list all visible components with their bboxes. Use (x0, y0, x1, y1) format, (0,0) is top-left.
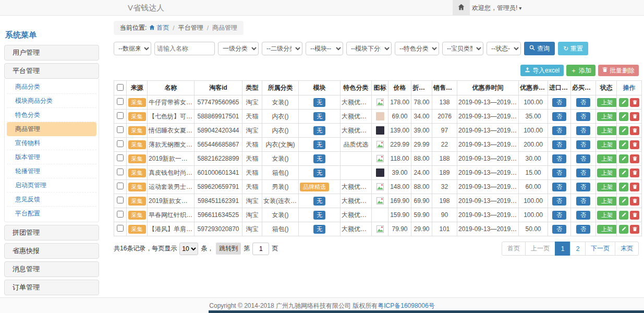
status-toggle[interactable]: 上架 (597, 183, 617, 191)
user-menu[interactable]: 欢迎您，管理员!▾ (472, 0, 521, 16)
sidebar-item-10[interactable]: 意见反馈 (7, 192, 96, 207)
must-buy-toggle[interactable]: 否 (576, 183, 590, 191)
edit-button[interactable] (619, 225, 628, 234)
edit-button[interactable] (619, 98, 628, 107)
import-excel-button[interactable]: 导入excel (520, 65, 564, 76)
sidebar-item-9[interactable]: 启动页管理 (7, 178, 96, 192)
select-all-checkbox[interactable] (117, 84, 124, 91)
filter-level2-category[interactable]: --二级分类-- (262, 42, 302, 55)
status-toggle[interactable]: 上架 (597, 225, 617, 234)
sidebar-section-12[interactable]: 拼团管理 (4, 225, 99, 240)
sidebar-section-0[interactable]: 用户管理 (4, 45, 99, 61)
per-page-select[interactable]: 10 (179, 243, 198, 255)
sidebar-item-4[interactable]: 特色分类 (7, 108, 96, 122)
sidebar-section-13[interactable]: 省惠快报 (4, 243, 99, 259)
search-button[interactable]: 查询 (524, 42, 555, 55)
status-toggle[interactable]: 上架 (597, 154, 617, 163)
row-checkbox[interactable] (117, 225, 124, 232)
delete-button[interactable] (630, 211, 639, 220)
must-buy-toggle[interactable]: 否 (576, 211, 590, 220)
edit-button[interactable] (619, 197, 628, 206)
row-checkbox[interactable] (117, 98, 124, 105)
filter-feature-category[interactable]: --特色分类-- (395, 42, 439, 55)
edit-button[interactable] (619, 183, 628, 191)
must-buy-toggle[interactable]: 否 (576, 98, 590, 107)
status-toggle[interactable]: 上架 (597, 197, 617, 206)
status-toggle[interactable]: 上架 (597, 98, 617, 107)
import-select-toggle[interactable]: 否 (552, 197, 566, 206)
row-checkbox[interactable] (117, 154, 124, 161)
delete-button[interactable] (630, 126, 639, 135)
import-select-toggle[interactable]: 否 (552, 112, 566, 121)
sidebar-item-6[interactable]: 宣传物料 (7, 136, 96, 150)
row-checkbox[interactable] (117, 112, 124, 119)
import-select-toggle[interactable]: 否 (552, 225, 566, 234)
filter-item-type[interactable]: --宝贝类型-- (442, 42, 483, 55)
sidebar-item-5[interactable]: 商品管理 (7, 122, 96, 136)
must-buy-toggle[interactable]: 否 (576, 168, 590, 177)
sidebar-item-8[interactable]: 轮播管理 (7, 164, 96, 178)
page-button-下一页[interactable]: 下一页 (585, 242, 615, 256)
delete-button[interactable] (630, 112, 639, 121)
must-buy-toggle[interactable]: 否 (576, 126, 590, 135)
row-checkbox[interactable] (117, 197, 124, 203)
must-buy-toggle[interactable]: 否 (576, 225, 590, 234)
import-select-toggle[interactable]: 否 (552, 168, 566, 177)
edit-button[interactable] (619, 140, 628, 149)
sidebar-section-1[interactable]: 平台管理 (4, 63, 99, 79)
import-select-toggle[interactable]: 否 (552, 140, 566, 149)
sidebar-section-15[interactable]: 订单管理 (4, 280, 99, 295)
jump-button[interactable]: 跳转到 (216, 243, 241, 255)
must-buy-toggle[interactable]: 否 (576, 154, 590, 163)
row-checkbox[interactable] (117, 126, 124, 133)
import-select-toggle[interactable]: 否 (552, 98, 566, 107)
icp-link[interactable]: 粤ICP备16098006号 (378, 302, 434, 309)
filter-level1-category[interactable]: 一级分类 (218, 42, 259, 55)
delete-button[interactable] (630, 98, 639, 107)
page-number-input[interactable] (252, 243, 269, 255)
must-buy-toggle[interactable]: 否 (576, 112, 590, 121)
sidebar-item-7[interactable]: 版本管理 (7, 150, 96, 164)
import-select-toggle[interactable]: 否 (552, 211, 566, 220)
edit-button[interactable] (619, 126, 628, 135)
must-buy-toggle[interactable]: 否 (576, 197, 590, 206)
row-checkbox[interactable] (117, 140, 124, 147)
name-search-input[interactable] (154, 42, 215, 55)
page-button-上一页[interactable]: 上一页 (525, 242, 555, 256)
filter-status[interactable]: --状态-- (487, 42, 521, 55)
add-button[interactable]: ＋ 添加 (566, 65, 596, 76)
row-checkbox[interactable] (117, 211, 124, 218)
breadcrumb-home-link[interactable]: 首页 (149, 23, 169, 32)
filter-module-sub-category[interactable]: --模块下分类-- (346, 42, 392, 55)
delete-button[interactable] (630, 154, 639, 163)
status-toggle[interactable]: 上架 (597, 112, 617, 121)
delete-button[interactable] (630, 183, 639, 191)
page-button-1[interactable]: 1 (555, 242, 570, 256)
page-button-末页[interactable]: 末页 (615, 242, 639, 256)
edit-button[interactable] (619, 211, 628, 220)
home-button[interactable] (453, 0, 470, 16)
sidebar-section-14[interactable]: 消息管理 (4, 261, 99, 277)
import-select-toggle[interactable]: 否 (552, 154, 566, 163)
edit-button[interactable] (619, 168, 628, 177)
row-checkbox[interactable] (117, 168, 124, 175)
sidebar-item-11[interactable]: 平台配置 (7, 207, 96, 221)
reset-button[interactable]: ↻ 重置 (558, 42, 588, 55)
row-checkbox[interactable] (117, 183, 124, 189)
batch-delete-button[interactable]: 批量删除 (598, 65, 639, 76)
page-button-首页[interactable]: 首页 (502, 242, 526, 256)
filter-module[interactable]: --模块-- (306, 42, 343, 55)
import-select-toggle[interactable]: 否 (552, 183, 566, 191)
status-toggle[interactable]: 上架 (597, 140, 617, 149)
delete-button[interactable] (630, 140, 639, 149)
delete-button[interactable] (630, 197, 639, 206)
status-toggle[interactable]: 上架 (597, 168, 617, 177)
sidebar-item-3[interactable]: 模块商品分类 (7, 94, 96, 108)
import-select-toggle[interactable]: 否 (552, 126, 566, 135)
sidebar-item-2[interactable]: 商品分类 (7, 80, 96, 94)
status-toggle[interactable]: 上架 (597, 211, 617, 220)
must-buy-toggle[interactable]: 否 (576, 140, 590, 149)
status-toggle[interactable]: 上架 (597, 126, 617, 135)
delete-button[interactable] (630, 168, 639, 177)
filter-data-source[interactable]: --数据来源-- (114, 42, 151, 55)
